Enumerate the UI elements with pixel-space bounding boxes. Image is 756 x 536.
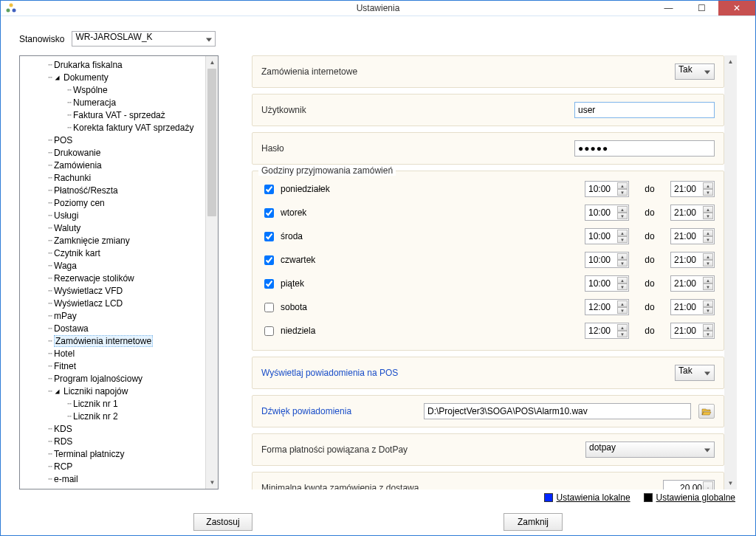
tree-item[interactable]: ⋯Terminal płatniczy: [26, 448, 215, 461]
spin-down-icon[interactable]: ▼: [703, 284, 713, 290]
tree-item[interactable]: ⋯Fitnet: [26, 360, 215, 373]
scroll-up-icon[interactable]: ▲: [206, 56, 219, 69]
tree-item[interactable]: ⋯◢Liczniki napojów: [26, 385, 215, 398]
spin-down-icon[interactable]: ▼: [617, 189, 628, 196]
tree-expand-icon[interactable]: ◢: [54, 72, 61, 83]
spin-down-icon[interactable]: ▼: [703, 260, 713, 267]
tree-item[interactable]: ⋯Rachunki: [26, 172, 215, 185]
tree-item[interactable]: ⋯Płatność/Reszta: [26, 185, 215, 197]
spin-down-icon[interactable]: ▼: [617, 284, 628, 290]
spin-down-icon[interactable]: ▼: [703, 236, 713, 243]
legend-local[interactable]: Ustawienia lokalne: [544, 492, 630, 503]
spin-up-icon[interactable]: ▲: [703, 300, 713, 307]
spin-up-icon[interactable]: ▲: [703, 324, 713, 331]
tree-item[interactable]: ⋯Licznik nr 1: [26, 398, 215, 410]
day-checkbox-label[interactable]: wtorek: [261, 206, 306, 220]
browse-button[interactable]: [698, 404, 715, 419]
panel-scroll-up-icon[interactable]: ▲: [724, 55, 737, 68]
spin-down-icon[interactable]: ▼: [617, 307, 628, 314]
spin-up-icon[interactable]: ▲: [617, 324, 628, 331]
spin-indicator-icon[interactable]: ▫: [703, 481, 713, 489]
spin-up-icon[interactable]: ▲: [703, 277, 713, 284]
day-checkbox-label[interactable]: niedziela: [261, 324, 315, 338]
time-to-input[interactable]: 21:00▲▼: [670, 299, 715, 315]
spin-down-icon[interactable]: ▼: [617, 236, 628, 243]
time-from-input[interactable]: 10:00▲▼: [585, 205, 629, 221]
day-checkbox[interactable]: [264, 303, 274, 312]
time-to-input[interactable]: 21:00▲▼: [670, 252, 715, 268]
internet-orders-select[interactable]: Tak: [675, 63, 715, 80]
tree-item[interactable]: ⋯KDS: [26, 423, 215, 436]
tree-item[interactable]: ⋯◢Dokumenty: [26, 72, 215, 84]
tree-item[interactable]: ⋯Program lojalnościowy: [26, 373, 215, 385]
day-checkbox[interactable]: [264, 255, 274, 265]
legend-global[interactable]: Ustawienia globalne: [644, 492, 735, 503]
tree-item[interactable]: ⋯e-mail: [26, 473, 215, 486]
tree-item[interactable]: ⋯Wyświetlacz VFD: [26, 285, 215, 298]
tree-item[interactable]: ⋯Hotel: [26, 348, 215, 360]
day-checkbox[interactable]: [264, 208, 274, 218]
spin-down-icon[interactable]: ▼: [703, 189, 713, 196]
scroll-down-icon[interactable]: ▼: [206, 476, 219, 489]
time-from-input[interactable]: 10:00▲▼: [585, 228, 629, 244]
day-checkbox[interactable]: [264, 185, 274, 194]
notify-pos-select[interactable]: Tak: [675, 365, 715, 381]
password-input[interactable]: [574, 140, 715, 157]
sound-path-input[interactable]: [424, 403, 691, 419]
day-checkbox-label[interactable]: środa: [261, 230, 303, 244]
min-order-input[interactable]: 20,00 ▫: [663, 480, 715, 489]
tree-expand-icon[interactable]: ◢: [54, 385, 61, 397]
day-checkbox-label[interactable]: sobota: [261, 300, 307, 315]
time-from-input[interactable]: 12:00▲▼: [585, 299, 629, 315]
tree-item[interactable]: ⋯Drukarka fiskalna: [26, 59, 215, 72]
tree-item[interactable]: ⋯Drukowanie: [26, 147, 215, 159]
time-from-input[interactable]: 10:00▲▼: [585, 252, 629, 268]
time-to-input[interactable]: 21:00▲▼: [670, 275, 715, 292]
tree-item[interactable]: ⋯Wyświetlacz LCD: [26, 298, 215, 310]
time-to-input[interactable]: 21:00▲▼: [670, 323, 715, 339]
minimize-button[interactable]: —: [652, 1, 685, 16]
spin-up-icon[interactable]: ▲: [617, 182, 628, 189]
tree-item[interactable]: ⋯Wspólne: [26, 84, 215, 97]
panel-scroll-down-icon[interactable]: ▼: [724, 477, 737, 489]
spin-down-icon[interactable]: ▼: [617, 213, 628, 219]
time-from-input[interactable]: 10:00▲▼: [585, 275, 629, 292]
tree-item[interactable]: ⋯Poziomy cen: [26, 197, 215, 210]
tree-scrollbar[interactable]: ▲ ▼: [205, 56, 218, 489]
time-to-input[interactable]: 21:00▲▼: [670, 181, 715, 197]
apply-button[interactable]: Zastosuj: [193, 513, 252, 531]
spin-down-icon[interactable]: ▼: [617, 260, 628, 267]
tree-item[interactable]: ⋯Waluty: [26, 222, 215, 235]
settings-tree[interactable]: ⋯Drukarka fiskalna⋯◢Dokumenty⋯Wspólne⋯Nu…: [19, 55, 219, 489]
time-from-input[interactable]: 12:00▲▼: [585, 323, 629, 339]
day-checkbox-label[interactable]: poniedziałek: [261, 182, 330, 196]
tree-item[interactable]: ⋯Dostawa: [26, 323, 215, 335]
tree-item[interactable]: ⋯Korekta faktury VAT sprzedaży: [26, 122, 215, 134]
tree-item[interactable]: ⋯Waga: [26, 260, 215, 272]
spin-up-icon[interactable]: ▲: [617, 206, 628, 213]
time-from-input[interactable]: 10:00▲▼: [585, 181, 629, 197]
day-checkbox[interactable]: [264, 326, 274, 336]
day-checkbox-label[interactable]: piątek: [261, 277, 304, 291]
tree-item[interactable]: ⋯Licznik nr 2: [26, 410, 215, 423]
day-checkbox-label[interactable]: czwartek: [261, 253, 315, 267]
tree-item[interactable]: ⋯Zamknięcie zmiany: [26, 235, 215, 247]
day-checkbox[interactable]: [264, 232, 274, 241]
tree-item[interactable]: ⋯Faktura VAT - sprzedaż: [26, 109, 215, 122]
tree-item[interactable]: ⋯Zamówienia: [26, 159, 215, 172]
tree-item[interactable]: ⋯Rezerwacje stolików: [26, 272, 215, 285]
spin-up-icon[interactable]: ▲: [617, 277, 628, 284]
scroll-thumb[interactable]: [207, 69, 216, 216]
tree-item[interactable]: ⋯Numeracja: [26, 97, 215, 109]
tree-item[interactable]: ⋯Usługi: [26, 210, 215, 222]
spin-up-icon[interactable]: ▲: [617, 253, 628, 260]
spin-up-icon[interactable]: ▲: [703, 253, 713, 260]
tree-item[interactable]: ⋯mPay: [26, 310, 215, 323]
spin-up-icon[interactable]: ▲: [617, 230, 628, 236]
tree-item[interactable]: ⋯RDS: [26, 436, 215, 448]
panel-scrollbar[interactable]: ▲ ▼: [724, 55, 737, 489]
day-checkbox[interactable]: [264, 279, 274, 289]
maximize-button[interactable]: ☐: [685, 1, 718, 16]
spin-up-icon[interactable]: ▲: [703, 206, 713, 213]
tree-item[interactable]: ⋯Czytnik kart: [26, 247, 215, 260]
